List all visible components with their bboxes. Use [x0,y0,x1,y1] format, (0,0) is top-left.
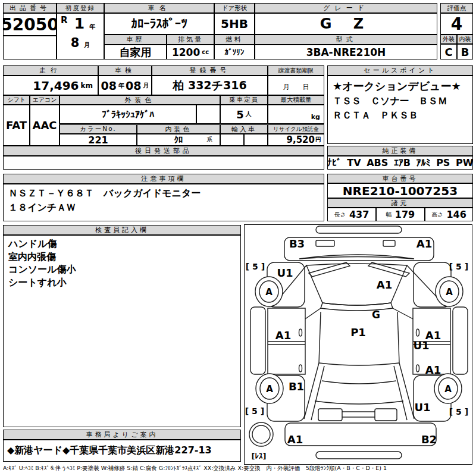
diagram-panel-code: A1 [287,433,303,446]
displacement-header: 排気量 [167,35,214,45]
aircon-value: AAC [30,105,60,146]
dimensions-header: 諸元 [327,198,473,208]
diagram-panel-code: A1 [377,278,392,291]
fuel-header: 燃料 [214,35,255,45]
dimension-length-cell: 長さ 437 [327,208,376,221]
history-header: 車歴 [104,35,167,45]
capacity-number: 5 [236,108,244,121]
exterior-rank-value: C [440,44,457,60]
sales-point-line: ＴＳＳ Ｃソナー ＢＳＭ [333,94,468,108]
model-code-header: 型式 [255,35,437,45]
diagram-panel-code: A1 [425,364,441,376]
inspector-note-line: コンソール傷小 [8,263,236,276]
dimension-width-value: 179 [395,209,415,220]
color-no-header: カラーNo. [60,124,137,134]
exterior-color-empty-cell [196,105,220,124]
import-empty-cell-1 [220,134,244,146]
score-header: 評価点 [440,3,473,13]
max-load-header: 最大積載量 [268,95,324,105]
inspection-month: 08 [126,79,141,92]
recycle-deposit-number: 9,520 [287,134,315,145]
grade-header: グレード [255,3,437,13]
footer-legend: A:ｷｽﾞ U:ﾍｺﾐ B:ｷｽﾞを伴うﾍｺﾐ P:要塗装 W:補修跡 S:錆 … [3,465,474,475]
recycle-deposit-header: リサイクル預託金 [268,124,324,134]
diagram-panel-code: A [444,384,452,394]
factory-equipment-value: ﾅﾋﾞ TV ABS ｴｱB ｱﾙﾐ PS PW [327,156,473,170]
interior-color-value: ｸﾛ 系 [137,134,220,146]
diagram-panel-code: B1 [289,380,304,393]
first-registration-header: 初度登録 [57,3,104,13]
exterior-color-header: 外装色 [60,95,220,105]
max-load-value: kg [268,105,324,124]
diagram-panel-code: A [266,384,273,394]
recycle-deposit-value: 9,520 円 [268,134,324,146]
color-no-value: 221 [60,134,137,146]
registration-no-header: 登録番号 [152,65,268,76]
diagram-panel-code: [ 5 ] [449,262,468,271]
inspector-note-line: シートすれ小 [8,276,236,289]
diagram-panel-code: B2 [421,433,437,446]
inspector-notes-header: 検査員記入欄 [3,225,241,235]
diagram-panel-code: G [372,309,380,321]
dimension-height-label: 高さ [431,211,443,219]
mileage-unit: km [81,82,93,90]
aircon-header: エアコン [30,95,60,105]
interior-rank-header: 内装 [457,35,473,44]
shift-value: FAT [3,105,30,146]
inspection-value: 08 年 08 月 [98,76,152,95]
score-value: 4 [440,13,473,35]
door-shape-header: ドア形状 [214,3,255,13]
diagram-panel-code: B3 [289,237,305,250]
diagram-panel-code: U1 [414,401,430,414]
shift-header: シフト [3,95,30,105]
later-parts-empty [3,156,324,170]
grade-value: G Z [255,13,437,35]
mileage-header: 走行 [3,65,98,76]
diagram-panel-code: P1 [350,326,366,339]
interior-rank-value: B [457,44,473,60]
damage-diagram: B3A1[ 5 ][ 5 ]U1AAA1GP1A1A1U1A1B1AAU1[ 5… [244,224,472,465]
door-shape-value: 5HB [214,13,255,35]
chassis-no-value: NRE210-1007253 [327,183,473,198]
later-parts-header: 後日発送部品 [3,146,324,156]
diagram-panel-code: [ 5 ] [449,407,468,416]
notes-line: ＮＳＺＴ－Ｙ６８Ｔ バックガイドモニター [8,186,319,201]
inspection-year-unit: 年 [118,82,124,90]
car-name-header: 車名 [104,3,214,13]
inspector-note-line: 室内内張傷 [8,250,236,264]
inspection-month-unit: 月 [143,82,149,90]
displacement-unit: cc [202,49,209,55]
dimension-width-label: 幅 [386,211,392,219]
inspector-note-line: ハンドル傷 [8,237,236,250]
first-reg-month: 8 [71,36,80,50]
first-registration-cell: R 1 年 8 月 [57,13,104,60]
notes-box: ＮＳＺＴ－Ｙ６８Ｔ バックガイドモニター １８インチＡＷ [3,184,324,221]
inspection-header: 車検 [98,65,152,76]
dimension-length-label: 長さ [334,211,346,219]
inspector-notes-box: ハンドル傷 室内内張傷 コンソール傷小 シートすれ小 [3,235,241,427]
diagram-panel-code: [ﾚｽ] [252,452,267,461]
diagram-panel-code: [ 5 ] [246,262,265,271]
auction-no-empty-box [3,36,57,60]
model-code-value: 3BA-NRE210H [255,45,437,60]
diagram-panel-code: A1 [275,329,291,342]
first-reg-era: R [61,15,68,26]
capacity-header: 乗車定員 [220,95,268,105]
recycle-deposit-unit: 円 [315,136,321,144]
interior-color-suffix: 系 [206,136,212,144]
chassis-no-header: 車台番号 [327,174,473,183]
diagram-panel-code: A [265,287,273,298]
dimension-height-cell: 高さ 146 [425,208,473,221]
import-header: 輸入車 [220,124,268,134]
notes-line: １８インチＡＷ [8,201,319,215]
capacity-unit: 人 [246,110,252,118]
auction-no-header: 出品番号 [3,3,57,13]
mileage-number: 17,496 [33,79,79,93]
diagram-panel-code: A1 [416,237,432,250]
diagram-panel-code: A [446,287,453,298]
fuel-value: ｶﾞｿﾘﾝ [214,45,255,60]
sales-point-line: ★オークションデビュー★ [333,78,468,94]
displacement-number: 1200 [172,46,200,58]
notes-header: 注意事項欄 [3,174,324,184]
exterior-rank-header: 外装 [440,35,457,44]
